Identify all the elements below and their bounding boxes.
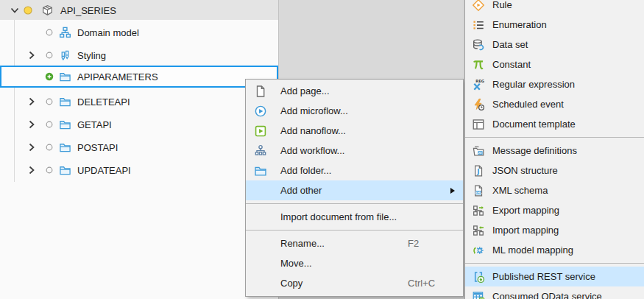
- menu-item-label: Document template: [492, 119, 576, 130]
- menu-item-label: Rename...: [280, 238, 325, 249]
- tree-row-postapi[interactable]: POSTAPI: [0, 136, 278, 158]
- submenu-item-document-template[interactable]: Document template: [465, 114, 644, 134]
- submenu-item-enumeration[interactable]: Enumeration: [465, 15, 644, 35]
- submenu-item-scheduled-event[interactable]: Scheduled event: [465, 94, 644, 114]
- menu-item-add-page[interactable]: Add page...: [246, 81, 463, 101]
- status-empty-circle-icon: [44, 142, 54, 152]
- menu-item-label: Constant: [492, 59, 531, 70]
- no-icon: [254, 257, 267, 270]
- chevron-right-icon[interactable]: [26, 141, 38, 153]
- add-other-submenu: Rule Enumeration Data set Constant REG R…: [464, 0, 644, 299]
- status-yellow-dot-icon: [23, 5, 33, 15]
- constant-icon: [472, 58, 485, 71]
- menu-item-label: Import document from file...: [280, 211, 397, 222]
- data-set-icon: [472, 38, 485, 52]
- menu-item-label: Consumed OData service: [492, 291, 602, 299]
- menu-item-copy[interactable]: Copy Ctrl+C: [246, 273, 463, 293]
- menu-item-move[interactable]: Move...: [246, 253, 463, 273]
- menu-item-add-workflow[interactable]: Add workflow...: [246, 141, 463, 161]
- status-empty-circle-icon: [44, 27, 54, 38]
- menu-item-label: Add microflow...: [280, 105, 348, 116]
- rule-icon: [472, 0, 485, 12]
- submenu-item-message-definitions[interactable]: Message definitions: [465, 141, 644, 161]
- tree-item-label[interactable]: Domain model: [77, 27, 139, 38]
- submenu-item-rule[interactable]: Rule: [465, 0, 644, 15]
- workflow-icon: [254, 144, 267, 158]
- published-rest-service-icon: [472, 270, 485, 284]
- menu-item-label: Published REST service: [492, 271, 595, 282]
- tree-row-updateapi[interactable]: UPDATEAPI: [0, 159, 278, 181]
- tree-item-label[interactable]: API_SERIES: [60, 4, 116, 15]
- menu-item-label: Add folder...: [280, 165, 331, 176]
- menu-item-label: Export mapping: [492, 205, 559, 216]
- tree-row-deleteapi[interactable]: DELETEAPI: [0, 91, 278, 113]
- document-template-icon: [472, 118, 485, 131]
- menu-separator: [465, 263, 644, 264]
- import-mapping-icon: [472, 224, 485, 237]
- tree-item-label[interactable]: DELETEAPI: [77, 96, 130, 108]
- menu-item-label: Regular expression: [492, 79, 575, 90]
- folder-icon: [59, 71, 71, 83]
- submenu-item-export-mapping[interactable]: Export mapping: [465, 200, 644, 220]
- menu-item-label: Enumeration: [492, 19, 547, 30]
- chevron-right-icon[interactable]: [26, 49, 38, 61]
- tree-row-api-series[interactable]: API_SERIES: [0, 0, 278, 20]
- ml-model-mapping-icon: [472, 244, 485, 257]
- submenu-item-xml-schema[interactable]: XML XML schema: [465, 180, 644, 200]
- status-green-plus-icon: [44, 71, 54, 82]
- no-icon: [254, 237, 267, 250]
- tree-item-label[interactable]: GETAPI: [77, 119, 112, 130]
- submenu-item-consumed-odata-service[interactable]: Consumed OData service: [465, 286, 644, 299]
- menu-item-add-nanoflow[interactable]: Add nanoflow...: [246, 121, 463, 141]
- menu-item-rename[interactable]: Rename... F2: [246, 233, 463, 253]
- menu-shortcut: F2: [408, 238, 419, 249]
- microflow-icon: [254, 105, 267, 118]
- submenu-item-regular-expression[interactable]: REG Regular expression: [465, 74, 644, 94]
- submenu-item-import-mapping[interactable]: Import mapping: [465, 220, 644, 240]
- chevron-right-icon[interactable]: [26, 96, 38, 108]
- page-icon: [254, 85, 267, 98]
- menu-item-add-microflow[interactable]: Add microflow...: [246, 101, 463, 121]
- tree-item-label[interactable]: POSTAPI: [77, 142, 118, 153]
- no-icon: [254, 184, 267, 197]
- menu-item-add-other[interactable]: Add other: [246, 180, 463, 200]
- submenu-item-constant[interactable]: Constant: [465, 54, 644, 74]
- context-menu: Add page... Add microflow... Add nanoflo…: [245, 79, 464, 297]
- regular-expression-icon: REG: [472, 78, 485, 91]
- consumed-odata-service-icon: [472, 290, 485, 299]
- message-definitions-icon: [472, 144, 485, 158]
- menu-item-label: Add workflow...: [280, 145, 344, 156]
- menu-shortcut: Ctrl+C: [408, 278, 435, 289]
- menu-item-label: XML schema: [492, 185, 548, 196]
- menu-item-label: Rule: [492, 0, 512, 10]
- submenu-item-ml-model-mapping[interactable]: ML model mapping: [465, 240, 644, 260]
- menu-item-add-folder[interactable]: Add folder...: [246, 161, 463, 180]
- scheduled-event-icon: [472, 98, 485, 111]
- menu-item-import-document[interactable]: Import document from file...: [246, 207, 463, 227]
- chevron-right-icon[interactable]: [26, 164, 38, 176]
- menu-item-label: Add other: [280, 185, 322, 196]
- menu-separator: [246, 230, 463, 231]
- folder-icon: [59, 119, 71, 131]
- menu-item-label: Add page...: [280, 85, 330, 96]
- tree-item-label[interactable]: APIPARAMETERS: [77, 71, 158, 82]
- tree-row-domain-model[interactable]: Domain model: [0, 21, 278, 43]
- tree-row-styling[interactable]: Styling: [0, 44, 278, 66]
- app-window: { "colors": { "selection_border": "#1c97…: [0, 0, 644, 299]
- svg-text:XML: XML: [475, 190, 482, 194]
- menu-item-label: Scheduled event: [492, 99, 564, 110]
- project-explorer-panel: API_SERIES Domain model Styling APIPARA: [0, 0, 279, 299]
- svg-text:REG: REG: [475, 79, 484, 83]
- folder-icon: [59, 141, 71, 154]
- chevron-right-icon[interactable]: [26, 119, 38, 130]
- tree-item-label[interactable]: UPDATEAPI: [77, 165, 131, 176]
- folder-icon: [59, 96, 71, 108]
- submenu-item-data-set[interactable]: Data set: [465, 35, 644, 54]
- tree-item-label[interactable]: Styling: [77, 50, 106, 61]
- tree-row-getapi[interactable]: GETAPI: [0, 113, 278, 136]
- submenu-item-published-rest-service[interactable]: Published REST service: [465, 267, 644, 286]
- tree-row-apiparameters[interactable]: APIPARAMETERS: [0, 66, 278, 88]
- submenu-item-json-structure[interactable]: J JSON structure: [465, 161, 644, 180]
- no-icon: [254, 277, 267, 290]
- chevron-down-icon[interactable]: [9, 4, 21, 16]
